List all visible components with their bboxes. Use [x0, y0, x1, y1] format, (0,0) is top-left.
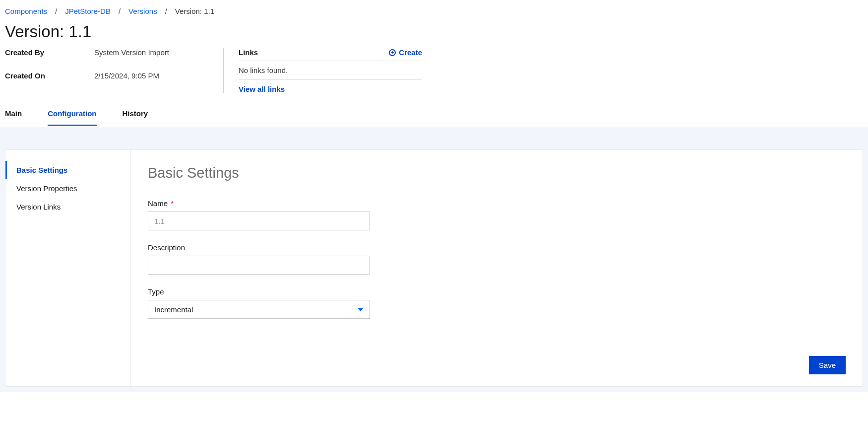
breadcrumb-current: Version: 1.1	[175, 7, 214, 15]
name-label: Name *	[148, 199, 846, 208]
save-button[interactable]: Save	[809, 356, 846, 374]
caret-down-icon	[358, 308, 364, 311]
form-area: Basic Settings Name * Description Type I…	[131, 150, 863, 386]
sidenav-basic-settings[interactable]: Basic Settings	[5, 161, 130, 179]
meta-block: Created By System Version Import Created…	[5, 48, 223, 93]
tabs: Main Configuration History	[0, 103, 868, 127]
name-label-text: Name	[148, 199, 168, 208]
view-all-links[interactable]: View all links	[239, 80, 422, 93]
name-input[interactable]	[148, 212, 370, 230]
type-select-value: Incremental	[154, 305, 193, 314]
field-name: Name *	[148, 199, 846, 230]
type-select[interactable]: Incremental	[148, 300, 370, 319]
breadcrumb-components[interactable]: Components	[5, 7, 47, 15]
section-title: Basic Settings	[148, 165, 846, 181]
tab-history[interactable]: History	[123, 103, 148, 126]
tab-main[interactable]: Main	[5, 103, 22, 126]
created-by-value: System Version Import	[94, 48, 223, 71]
plus-circle-icon: +	[389, 49, 396, 56]
breadcrumb-versions[interactable]: Versions	[128, 7, 157, 15]
breadcrumb: Components / JPetStore-DB / Versions / V…	[0, 0, 868, 20]
breadcrumb-separator: /	[165, 7, 167, 15]
field-description: Description	[148, 243, 846, 275]
created-by-label: Created By	[5, 48, 94, 71]
page-title: Version: 1.1	[0, 20, 868, 48]
links-empty-text: No links found.	[239, 61, 422, 80]
created-on-value: 2/15/2024, 9:05 PM	[94, 71, 223, 94]
links-block: Links + Create No links found. View all …	[239, 48, 422, 93]
type-label: Type	[148, 287, 846, 296]
sidenav-version-links[interactable]: Version Links	[5, 198, 130, 216]
created-on-label: Created On	[5, 71, 94, 94]
form-footer: Save	[148, 356, 846, 374]
field-type: Type Incremental	[148, 287, 846, 319]
create-link-label: Create	[399, 48, 422, 57]
config-sidenav: Basic Settings Version Properties Versio…	[5, 150, 131, 386]
breadcrumb-separator: /	[55, 7, 57, 15]
tab-configuration[interactable]: Configuration	[48, 103, 96, 126]
vertical-separator	[223, 48, 224, 93]
description-input[interactable]	[148, 256, 370, 275]
sidenav-version-properties[interactable]: Version Properties	[5, 179, 130, 198]
required-mark: *	[171, 199, 174, 208]
create-link-button[interactable]: + Create	[389, 48, 422, 57]
description-label: Description	[148, 243, 846, 252]
header-info: Created By System Version Import Created…	[0, 48, 868, 103]
config-panel: Basic Settings Version Properties Versio…	[5, 149, 863, 387]
content-band: Basic Settings Version Properties Versio…	[0, 127, 868, 392]
links-title: Links	[239, 48, 258, 57]
breadcrumb-jpetstore-db[interactable]: JPetStore-DB	[65, 7, 111, 15]
breadcrumb-separator: /	[119, 7, 121, 15]
